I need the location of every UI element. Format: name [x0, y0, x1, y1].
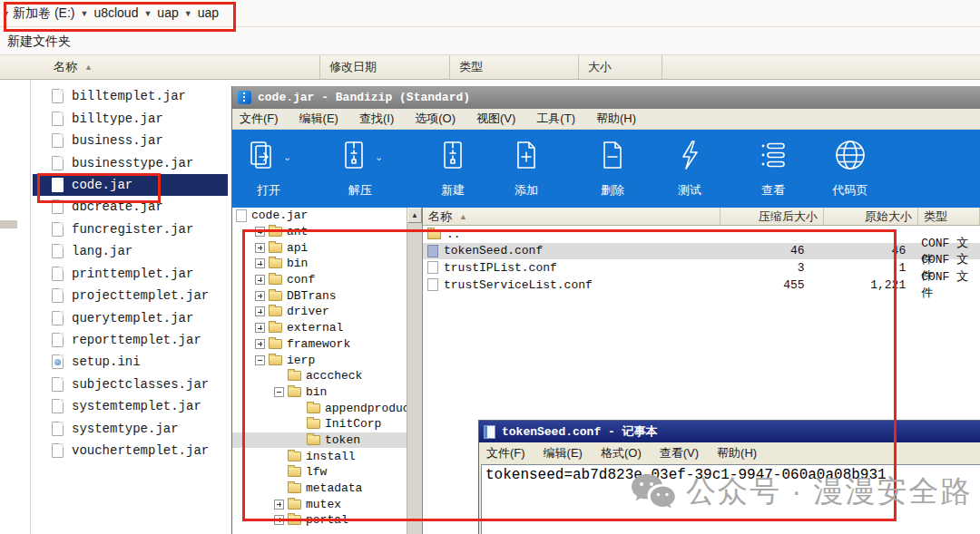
breadcrumb[interactable]: 新加卷 (E:)▼u8cloud▼uap▼uap [13, 5, 219, 22]
collapse-icon[interactable] [274, 387, 284, 397]
column-header-名称[interactable]: 名称▲ [33, 55, 320, 79]
breadcrumb-segment[interactable]: uap [157, 5, 178, 20]
tree-node-bin[interactable]: bin [232, 384, 407, 401]
tree-scrollbar[interactable]: ▲ [407, 208, 422, 534]
menu-item-工具(T)[interactable]: 工具(T) [536, 111, 575, 127]
expand-icon[interactable] [255, 227, 265, 237]
file-row-vouchertemplet.jar[interactable]: vouchertemplet.jar [33, 440, 228, 461]
file-row-systemtemplet.jar[interactable]: systemtemplet.jar [33, 395, 228, 417]
breadcrumb-separator-icon[interactable]: ▼ [74, 9, 93, 18]
toolbar-button-打开[interactable]: ⌄ 打开 [234, 137, 303, 199]
toolbar-button-删除[interactable]: 删除 [578, 137, 647, 199]
file-row-billtemplet.jar[interactable]: billtemplet.jar [33, 85, 228, 107]
tree-node-token[interactable]: token [232, 432, 407, 449]
file-row-reporttemplet.jar[interactable]: reporttemplet.jar [33, 329, 228, 351]
archive-row-..[interactable]: .. [423, 226, 980, 243]
file-row-systemtype.jar[interactable]: systemtype.jar [33, 418, 228, 440]
tree-node-bin[interactable]: bin [232, 256, 407, 272]
tree-node-label: framework [287, 337, 350, 351]
file-row-projecttemplet.jar[interactable]: projecttemplet.jar [33, 285, 228, 306]
notepad-edit-area[interactable]: tokenseed=ab7d823e-03ef-39c1-9947-060a0a… [481, 464, 980, 534]
expand-icon[interactable] [255, 258, 265, 268]
expand-icon[interactable] [255, 323, 265, 333]
file-row-setup.ini[interactable]: setup.ini [33, 351, 228, 373]
menu-item-帮助(H)[interactable]: 帮助(H) [717, 445, 757, 461]
archive-column-header-压缩后大小[interactable]: 压缩后大小 [720, 208, 824, 225]
breadcrumb-segment[interactable]: 新加卷 (E:) [13, 5, 74, 20]
archive-column-header-类型[interactable]: 类型 [918, 208, 980, 225]
tree-node-metadata[interactable]: metadata [232, 481, 407, 497]
chevron-down-icon[interactable]: ⌄ [283, 151, 291, 163]
tree-node-code.jar[interactable]: code.jar [232, 208, 407, 224]
expand-icon[interactable] [255, 339, 265, 349]
file-row-dbcreate.jar[interactable]: dbcreate.jar [33, 196, 228, 218]
menu-item-编辑(E)[interactable]: 编辑(E) [299, 111, 338, 127]
tree-node-DBTrans[interactable]: DBTrans [232, 287, 407, 304]
tree-node-conf[interactable]: conf [232, 272, 407, 288]
toolbar-button-测试[interactable]: 测试 [655, 137, 724, 199]
collapse-icon[interactable] [255, 355, 265, 365]
toolbar-button-代码页[interactable]: 代码页 [816, 137, 885, 199]
breadcrumb-separator-icon[interactable]: ▼ [179, 9, 198, 18]
expand-icon[interactable] [274, 515, 284, 525]
notepad-title-bar[interactable]: tokenSeed.conf - 记事本 [479, 421, 980, 442]
breadcrumb-dropdown-icon[interactable]: ▼ [2, 9, 10, 18]
tree-node-InitCorp[interactable]: InitCorp [232, 416, 407, 432]
tree-node-driver[interactable]: driver [232, 304, 407, 320]
new-folder-button[interactable]: 新建文件夹 [7, 34, 71, 50]
tree-node-lfw[interactable]: lfw [232, 464, 407, 481]
menu-item-文件(F)[interactable]: 文件(F) [240, 111, 279, 127]
file-row-subjectclasses.jar[interactable]: subjectclasses.jar [33, 374, 228, 395]
column-header-修改日期[interactable]: 修改日期 [320, 55, 450, 79]
tree-node-api[interactable]: api [232, 239, 407, 256]
menu-item-帮助(H)[interactable]: 帮助(H) [596, 111, 636, 127]
archive-column-header-原始大小[interactable]: 原始大小 [824, 208, 918, 225]
menu-item-选项(O)[interactable]: 选项(O) [415, 111, 456, 127]
file-row-billtype.jar[interactable]: billtype.jar [33, 107, 228, 129]
archive-row-trustIPList.conf[interactable]: trustIPList.conf 3 1 CONF 文件 [423, 259, 980, 277]
tree-node-install[interactable]: install [232, 448, 407, 464]
archive-row-trustServiceList.conf[interactable]: trustServiceList.conf 455 1,221 CONF 文件 [423, 277, 980, 294]
breadcrumb-separator-icon[interactable]: ▼ [138, 9, 157, 18]
tree-node-external[interactable]: external [232, 320, 407, 336]
archive-column-header-名称[interactable]: 名称▲ [423, 208, 720, 225]
tree-node-acccheck[interactable]: acccheck [232, 368, 407, 384]
chevron-down-icon[interactable]: ⌄ [375, 151, 383, 163]
scroll-up-icon[interactable]: ▲ [407, 208, 422, 223]
menu-item-编辑(E)[interactable]: 编辑(E) [544, 445, 583, 461]
tree-node-framework[interactable]: framework [232, 336, 407, 353]
column-header-类型[interactable]: 类型 [450, 55, 579, 79]
expand-icon[interactable] [255, 306, 265, 316]
tree-node-ierp[interactable]: ierp [232, 352, 407, 368]
archive-row-tokenSeed.conf[interactable]: tokenSeed.conf 46 46 CONF 文件 [423, 243, 980, 260]
file-row-lang.jar[interactable]: lang.jar [33, 240, 228, 262]
breadcrumb-segment[interactable]: uap [198, 5, 219, 20]
toolbar-button-添加[interactable]: 添加 [492, 137, 561, 199]
expand-icon[interactable] [255, 275, 265, 285]
tree-node-portal[interactable]: portal [232, 512, 407, 529]
expand-icon[interactable] [255, 291, 265, 301]
address-bar[interactable]: ▼ 新加卷 (E:)▼u8cloud▼uap▼uap [0, 0, 980, 27]
file-row-printtemplet.jar[interactable]: printtemplet.jar [33, 263, 228, 285]
menu-item-视图(V)[interactable]: 视图(V) [476, 111, 515, 127]
bandizip-title-bar[interactable]: code.jar - Bandizip (Standard) [232, 86, 980, 109]
file-row-business.jar[interactable]: business.jar [33, 130, 228, 151]
menu-item-格式(O)[interactable]: 格式(O) [601, 445, 642, 461]
toolbar-button-解压[interactable]: ⌄ 解压 [326, 137, 395, 199]
file-row-funcregister.jar[interactable]: funcregister.jar [33, 218, 228, 240]
column-header-大小[interactable]: 大小 [579, 55, 662, 79]
tree-node-mutex[interactable]: mutex [232, 496, 407, 512]
expand-icon[interactable] [274, 500, 284, 510]
toolbar-button-新建[interactable]: 新建 [418, 137, 487, 199]
menu-item-文件(F)[interactable]: 文件(F) [486, 445, 525, 461]
file-row-code.jar[interactable]: code.jar [33, 174, 228, 196]
breadcrumb-segment[interactable]: u8cloud [93, 5, 138, 20]
expand-icon[interactable] [255, 243, 265, 253]
file-row-businesstype.jar[interactable]: businesstype.jar [33, 151, 228, 173]
menu-item-查看(V)[interactable]: 查看(V) [660, 445, 699, 461]
tree-node-appendproduct[interactable]: appendproduct [232, 400, 407, 416]
file-row-querytemplet.jar[interactable]: querytemplet.jar [33, 306, 228, 328]
toolbar-button-查看[interactable]: 查看 [739, 137, 808, 199]
tree-node-ant[interactable]: ant [232, 224, 407, 240]
menu-item-查找(I)[interactable]: 查找(I) [359, 111, 394, 127]
